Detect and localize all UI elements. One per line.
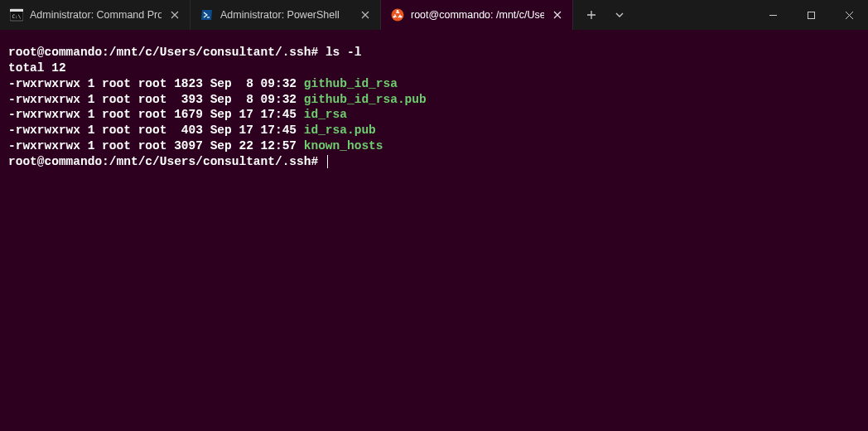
total-line: total 12 bbox=[8, 61, 860, 76]
close-icon[interactable] bbox=[168, 8, 181, 22]
newtab-area bbox=[573, 0, 638, 30]
titlebar: C:\ Administrator: Command Promp Adminis… bbox=[0, 0, 868, 30]
close-icon[interactable] bbox=[551, 8, 564, 22]
svg-point-4 bbox=[397, 10, 399, 12]
cmd-icon: C:\ bbox=[10, 8, 23, 22]
prompt: root@commando:/mnt/c/Users/consultant/.s… bbox=[8, 155, 318, 168]
tab-powershell[interactable]: Administrator: PowerShell bbox=[190, 0, 381, 30]
close-icon[interactable] bbox=[359, 8, 372, 22]
file-meta: -rwxrwxrwx 1 root root 1679 Sep 17 17:45 bbox=[8, 108, 304, 121]
file-meta: -rwxrwxrwx 1 root root 393 Sep 8 09:32 bbox=[8, 93, 304, 106]
ubuntu-icon bbox=[391, 8, 404, 22]
terminal-content[interactable]: root@commando:/mnt/c/Users/consultant/.s… bbox=[0, 30, 868, 431]
svg-rect-8 bbox=[808, 12, 814, 18]
tab-label: Administrator: PowerShell bbox=[220, 9, 352, 21]
tabs-container: C:\ Administrator: Command Promp Adminis… bbox=[0, 0, 754, 30]
file-meta: -rwxrwxrwx 1 root root 403 Sep 17 17:45 bbox=[8, 123, 304, 137]
file-name: id_rsa.pub bbox=[304, 123, 376, 137]
window-controls bbox=[754, 0, 868, 30]
file-name: github_id_rsa.pub bbox=[304, 93, 427, 106]
tab-label: Administrator: Command Promp bbox=[30, 9, 162, 21]
file-name: id_rsa bbox=[304, 108, 347, 121]
minimize-button[interactable] bbox=[754, 0, 792, 30]
svg-text:C:\: C:\ bbox=[12, 13, 22, 19]
file-name: known_hosts bbox=[304, 139, 383, 153]
maximize-button[interactable] bbox=[792, 0, 830, 30]
svg-rect-1 bbox=[10, 9, 23, 12]
cursor bbox=[327, 155, 328, 168]
close-window-button[interactable] bbox=[830, 0, 868, 30]
tab-cmd[interactable]: C:\ Administrator: Command Promp bbox=[0, 0, 190, 30]
file-name: github_id_rsa bbox=[304, 77, 398, 90]
file-meta: -rwxrwxrwx 1 root root 1823 Sep 8 09:32 bbox=[8, 77, 304, 90]
prompt: root@commando:/mnt/c/Users/consultant/.s… bbox=[8, 46, 318, 59]
command-text: ls -l bbox=[326, 46, 362, 59]
tab-label: root@commando: /mnt/c/Users bbox=[411, 9, 544, 21]
tab-ubuntu[interactable]: root@commando: /mnt/c/Users bbox=[381, 0, 573, 30]
file-meta: -rwxrwxrwx 1 root root 3097 Sep 22 12:57 bbox=[8, 139, 304, 153]
tab-dropdown-button[interactable] bbox=[608, 3, 631, 27]
powershell-icon bbox=[200, 8, 214, 22]
new-tab-button[interactable] bbox=[580, 3, 603, 27]
